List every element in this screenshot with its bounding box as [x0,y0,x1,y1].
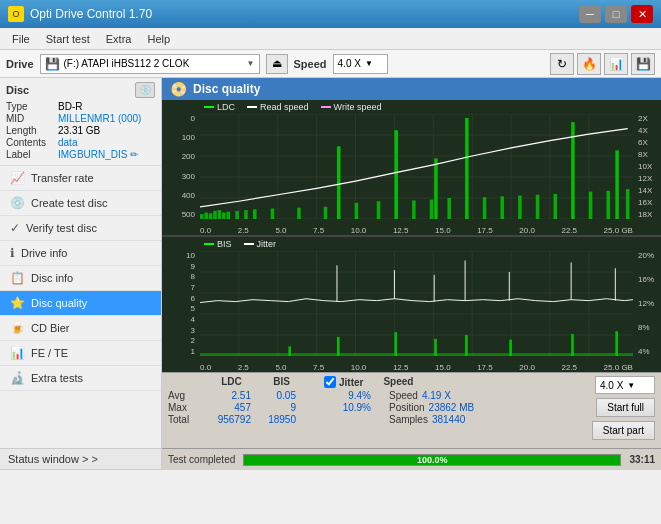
graph-button[interactable]: 📊 [604,53,628,75]
start-part-button[interactable]: Start part [592,421,655,440]
maximize-button[interactable]: □ [605,5,627,23]
read-speed-legend-label: Read speed [260,102,309,112]
type-value: BD-R [58,101,82,112]
svg-rect-30 [355,203,359,219]
nav-drive-info[interactable]: ℹ Drive info [0,241,161,266]
ldc-legend-label: LDC [217,102,235,112]
svg-rect-38 [483,197,487,219]
length-label: Length [6,125,58,136]
nav-cd-bier[interactable]: 🍺 CD Bier [0,316,161,341]
menu-bar: File Start test Extra Help [0,28,661,50]
avg-jitter: 9.4% [324,390,379,401]
right-controls: 4.0 X ▼ Start full Start part [535,376,655,440]
menu-extra[interactable]: Extra [98,31,140,47]
disc-label-value: IMGBURN_DIS ✏ [58,149,138,160]
speed-col-header: Speed [383,376,413,388]
disc-label-label: Label [6,149,58,160]
nav-transfer-rate[interactable]: 📈 Transfer rate [0,166,161,191]
burn-button[interactable]: 🔥 [577,53,601,75]
svg-rect-65 [288,346,291,356]
drive-action-icons: ↻ 🔥 📊 💾 [550,53,655,75]
svg-rect-72 [615,331,618,356]
dq-title: Disc quality [193,82,260,96]
svg-rect-31 [377,201,381,219]
svg-rect-27 [297,208,301,219]
stats-table: LDC BIS Jitter Speed Avg 2.51 0.05 9.4% … [168,376,527,425]
svg-rect-34 [430,200,434,219]
max-label: Max [168,402,204,413]
menu-file[interactable]: File [4,31,38,47]
speed-selector[interactable]: 4.0 X ▼ [333,54,388,74]
disc-info-icon: 📋 [10,271,25,285]
svg-rect-41 [536,195,540,219]
upper-chart-legend: LDC Read speed Write speed [204,102,381,112]
ldc-legend-color [204,106,214,108]
menu-start-test[interactable]: Start test [38,31,98,47]
fe-te-icon: 📊 [10,346,25,360]
svg-rect-37 [465,118,469,219]
mid-label: MID [6,113,58,124]
svg-rect-42 [553,194,557,219]
lower-chart-legend: BIS Jitter [204,239,276,249]
stats-row-total: Total 956792 18950 Samples 381440 [168,414,527,425]
content-area: 📀 Disc quality LDC Read speed Write spee… [162,78,661,470]
max-bis: 9 [259,402,304,413]
lower-chart-y-left: 12345678910 [162,251,198,356]
drive-info-icon: ℹ [10,246,15,260]
svg-rect-44 [589,192,593,219]
close-button[interactable]: ✕ [631,5,653,23]
minimize-button[interactable]: ─ [579,5,601,23]
nav-fe-te[interactable]: 📊 FE / TE [0,341,161,366]
main-layout: Disc 💿 Type BD-R MID MILLENMR1 (000) Len… [0,78,661,470]
mid-value[interactable]: MILLENMR1 (000) [58,113,141,124]
svg-rect-26 [271,209,275,220]
bis-legend-color [204,243,214,245]
dq-icon: 📀 [170,81,187,97]
bis-header: BIS [259,376,304,388]
jitter-checkbox[interactable] [324,376,336,388]
time-display: 33:11 [629,454,655,465]
lower-chart-y-right: 4%8%12%16%20% [635,251,661,356]
save-button[interactable]: 💾 [631,53,655,75]
nav-disc-info[interactable]: 📋 Disc info [0,266,161,291]
speed-stat-val: 4.19 X [422,390,451,401]
bis-legend-label: BIS [217,239,232,249]
progress-bar: 100.0% [243,454,621,466]
svg-rect-22 [227,212,231,219]
svg-rect-69 [465,335,468,356]
nav-disc-quality[interactable]: ⭐ Disc quality [0,291,161,316]
lower-chart-svg [200,251,633,356]
drive-selector[interactable]: 💾 (F:) ATAPI iHBS112 2 CLOK ▼ [40,54,260,74]
svg-rect-68 [434,339,437,356]
avg-label: Avg [168,390,204,401]
svg-rect-21 [222,213,226,219]
nav-extra-tests[interactable]: 🔬 Extra tests [0,366,161,391]
ldc-header: LDC [204,376,259,388]
stats-row-avg: Avg 2.51 0.05 9.4% Speed 4.19 X [168,390,527,401]
svg-rect-20 [218,210,222,219]
start-full-button[interactable]: Start full [596,398,655,417]
stats-speed-dropdown[interactable]: 4.0 X ▼ [595,376,655,394]
disc-quality-header: 📀 Disc quality [162,78,661,100]
nav-verify-test-disc[interactable]: ✓ Verify test disc [0,216,161,241]
status-window-button[interactable]: Status window > > [0,448,161,470]
svg-rect-33 [412,200,416,219]
drive-dropdown-arrow: ▼ [247,59,255,68]
svg-rect-70 [509,340,512,356]
menu-help[interactable]: Help [139,31,178,47]
svg-rect-64 [200,353,633,356]
edit-label-icon[interactable]: ✏ [130,149,138,160]
drive-text: (F:) ATAPI iHBS112 2 CLOK [64,58,190,69]
contents-value[interactable]: data [58,137,77,148]
svg-rect-71 [571,334,574,356]
samples-val: 381440 [432,414,465,425]
type-label: Type [6,101,58,112]
svg-rect-28 [324,207,328,219]
charts-container: LDC Read speed Write speed 500 400 300 2… [162,100,661,372]
speed-stat-label: Speed [389,390,418,401]
refresh-button[interactable]: ↻ [550,53,574,75]
svg-rect-47 [626,189,630,219]
nav-create-test-disc[interactable]: 💿 Create test disc [0,191,161,216]
position-label: Position [389,402,425,413]
eject-button[interactable]: ⏏ [266,54,288,74]
